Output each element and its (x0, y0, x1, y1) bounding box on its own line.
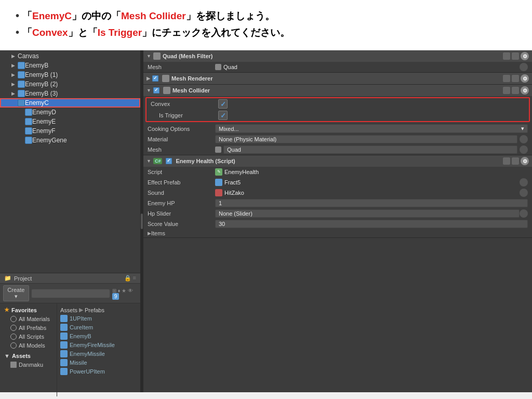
assets-section-label: Assets (12, 353, 31, 359)
component-btn-2[interactable] (512, 52, 519, 60)
prefab-powerupitem[interactable]: PowerUPItem (57, 367, 140, 376)
score-value-label: Score Value (148, 221, 215, 227)
badge: 9 (112, 293, 119, 300)
enemy-hp-field[interactable]: 1 (215, 199, 528, 207)
component-btn-2[interactable] (512, 75, 519, 82)
mesh-renderer-checkbox[interactable] (152, 75, 158, 82)
convex-checkbox[interactable] (218, 99, 228, 109)
component-btn-2[interactable] (512, 87, 519, 94)
hierarchy-label-enemygene: EnemyGene (32, 137, 67, 144)
fold-arrow: ▼ (147, 54, 151, 59)
cube-icon (18, 99, 25, 107)
unity-editor: ▶ Canvas ▶ EnemyB ▶ EnemyB (1) ▶ (0, 50, 532, 392)
items-row[interactable]: ▶ Items (143, 229, 532, 237)
enemy-health-section: ▼ C# Enemy Health (Script) ⚙ Script ✎ En… (143, 155, 532, 238)
hierarchy-item-enemyf[interactable]: EnemyF (0, 126, 140, 136)
prefab-cureitem[interactable]: CureItem (57, 323, 140, 331)
hierarchy-item-canvas[interactable]: ▶ Canvas (0, 51, 140, 61)
hierarchy-item-enemyb3[interactable]: ▶ EnemyB (3) (0, 89, 140, 98)
create-button[interactable]: Create ▾ (3, 285, 29, 301)
prefab-label: Missile (70, 360, 87, 366)
effect-prop-btn[interactable] (520, 178, 528, 187)
hierarchy-label-enemyd: EnemyD (32, 109, 56, 116)
inspector-panel: ▼ Quad (Mesh Filter) ⚙ Mesh Quad (143, 50, 532, 392)
hierarchy-label-enemyb3: EnemyB (3) (25, 90, 58, 97)
hierarchy-item-enemyb1[interactable]: ▶ EnemyB (1) (0, 70, 140, 79)
project-panel: 📁 Project 🔒 = Create ▾ ⊞ ♦ ★ 👁 9 ★ Favor… (0, 273, 140, 392)
component-btn-1[interactable] (503, 75, 510, 82)
component-btn-2[interactable] (512, 157, 519, 165)
hp-slider-field: None (Slider) (215, 209, 520, 218)
hierarchy-label-enemyb2: EnemyB (2) (25, 81, 58, 88)
mesh-row: Mesh Quad (143, 144, 532, 155)
script-value: ✎ EnemyHealth (215, 168, 528, 176)
convex-trigger-section: Convex Is Trigger (145, 97, 530, 122)
tree-arrow (19, 128, 25, 134)
items-label: Items (151, 230, 165, 236)
hierarchy-item-enemyb[interactable]: ▶ EnemyB (0, 61, 140, 70)
cube-icon (25, 127, 32, 135)
project-header: 📁 Project 🔒 = (0, 273, 140, 284)
tree-arrow: ▶ (11, 72, 18, 77)
prefab-missile[interactable]: Missile (57, 358, 140, 367)
sound-prop-btn[interactable] (520, 189, 528, 197)
mesh-collider-icon (163, 87, 170, 94)
resize-handle[interactable] (141, 214, 143, 229)
hierarchy-item-enemygene[interactable]: EnemyGene (0, 136, 140, 145)
component-btn-3[interactable]: ⚙ (521, 157, 529, 165)
prefab-label: CureItem (70, 324, 93, 330)
mesh-renderer-section: ▶ Mesh Renderer ⚙ (143, 73, 532, 85)
prefab-1upitem[interactable]: 1UPItem (57, 314, 140, 323)
project-title: Project (14, 275, 32, 282)
slider-prop-btn[interactable] (520, 209, 528, 218)
mesh-renderer-header: ▶ Mesh Renderer ⚙ (143, 73, 532, 84)
danmaku-item[interactable]: Danmaku (0, 360, 57, 369)
star-icon: ★ (4, 307, 9, 313)
instructions-panel: 「EnemyC」の中の「Mesh Collider」を探しましょう。 「Conv… (0, 0, 532, 50)
project-right-panel: Assets ▶ Prefabs 1UPItem CureItem E (57, 303, 140, 396)
hierarchy-item-enemyd[interactable]: EnemyD (0, 108, 140, 117)
cube-icon (18, 90, 25, 97)
all-prefabs-item[interactable]: All Prefabs (0, 323, 57, 332)
danmaku-label: Danmaku (19, 362, 43, 368)
is-trigger-checkbox[interactable] (218, 111, 228, 120)
cube-icon (25, 137, 32, 144)
all-scripts-item[interactable]: All Scripts (0, 332, 57, 341)
prefab-icon (60, 324, 68, 331)
tree-arrow: ▶ (11, 63, 18, 68)
prefab-enemyfiremissile[interactable]: EnemyFireMissile (57, 340, 140, 349)
folder-icon-small (10, 362, 17, 368)
project-search-input[interactable] (31, 289, 110, 298)
all-materials-item[interactable]: All Materials (0, 314, 57, 323)
sound-row: Sound HitZako (143, 188, 532, 198)
enemy-health-checkbox[interactable] (166, 158, 172, 164)
tree-arrow (19, 110, 25, 115)
tree-arrow (11, 100, 18, 105)
prop-btn[interactable] (520, 63, 528, 71)
tree-arrow: ▶ (11, 91, 18, 96)
hierarchy-item-enemyc[interactable]: EnemyC (0, 98, 140, 108)
hierarchy-item-enemyb2[interactable]: ▶ EnemyB (2) (0, 79, 140, 89)
enemy-hp-value: 1 (215, 199, 528, 207)
material-prop-btn[interactable] (520, 135, 528, 143)
cube-icon (18, 81, 25, 88)
folder-icon: 📁 (4, 275, 11, 282)
component-btn-1[interactable] (503, 52, 510, 60)
hierarchy-label-enemyc: EnemyC (25, 99, 49, 107)
component-btn-1[interactable] (503, 87, 510, 94)
score-value-field[interactable]: 30 (215, 220, 528, 228)
all-models-item[interactable]: All Models (0, 341, 57, 350)
hierarchy-item-enemye[interactable]: EnemyE (0, 117, 140, 126)
prefab-enemyb[interactable]: EnemyB (57, 331, 140, 340)
material-value: None (Physic Material) (215, 135, 528, 143)
cooking-options-label: Cooking Options (148, 126, 215, 132)
component-btn-3[interactable]: ⚙ (521, 52, 529, 60)
component-btn-3[interactable]: ⚙ (521, 74, 529, 83)
component-btn-1[interactable] (503, 157, 510, 165)
mesh-collider-checkbox[interactable] (153, 87, 159, 94)
mesh-prop-btn[interactable] (520, 145, 528, 154)
search-icon (10, 325, 17, 331)
prefab-enemymissile[interactable]: EnemyMissile (57, 349, 140, 358)
component-btn-3[interactable]: ⚙ (521, 86, 529, 95)
cooking-options-dropdown[interactable]: Mixed... ▾ (215, 124, 528, 133)
